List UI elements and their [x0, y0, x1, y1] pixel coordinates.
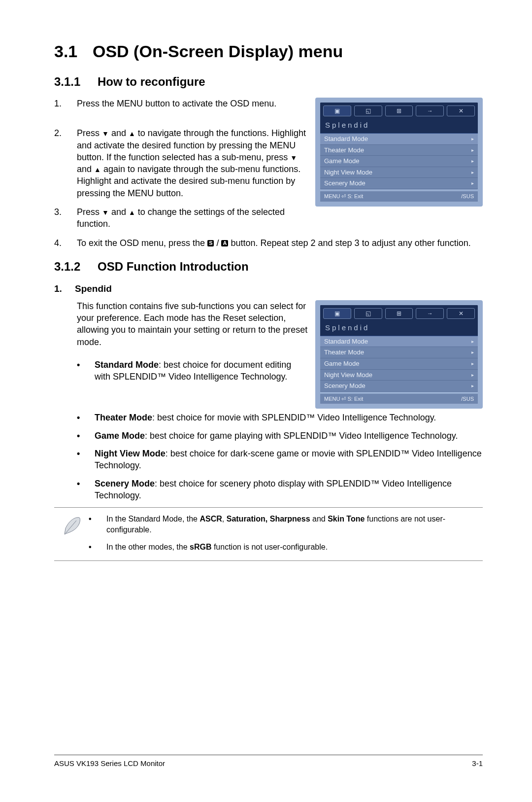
step-4-number: 4.	[54, 237, 77, 249]
step-2-text: Press and to navigate through the functi…	[77, 127, 308, 199]
osd-tab-exit-icon: ✕	[447, 105, 475, 116]
osd-item-scenery: Scenery Mode▸	[320, 381, 478, 392]
osd-menu-title: Splendid	[320, 118, 478, 134]
mode-scenery: Scenery Mode: best choice for scenery ph…	[95, 478, 483, 502]
subsection-2-title: OSD Function Introduction	[98, 260, 249, 273]
osd-menu-title: Splendid	[320, 321, 478, 336]
osd-tab-exit-icon: ✕	[447, 308, 475, 319]
osd-tab-image-icon: ◱	[354, 308, 382, 319]
osd-tab-input-icon: →	[416, 105, 444, 116]
bullet-icon: •	[77, 412, 95, 423]
osd-tab-splendid-icon: ▣	[323, 105, 351, 116]
mode-standard: Standard Mode: best choice for document …	[95, 359, 308, 383]
bullet-icon: •	[77, 359, 95, 383]
subsection-1-title: How to reconfigure	[98, 75, 205, 88]
osd-item-night: Night View Mode▸	[320, 370, 478, 381]
osd-tab-splendid-icon: ▣	[323, 308, 351, 319]
subsection-2-heading: 3.1.2OSD Function Introduction	[54, 260, 483, 274]
bullet-icon: •	[89, 542, 106, 553]
osd-item-standard: Standard Mode▸	[320, 336, 478, 348]
down-triangle-icon	[102, 207, 109, 217]
function-1-heading: 1.Spendid	[54, 282, 483, 295]
osd-footer: MENU ⏎ S: Exit/SUS	[320, 191, 478, 202]
step-3-number: 3.	[54, 206, 77, 230]
section-title-text: OSD (On-Screen Display) menu	[93, 42, 343, 61]
mode-night: Night View Mode: best choice for dark-sc…	[95, 448, 483, 472]
osd-item-night: Night View Mode▸	[320, 167, 478, 178]
note-2: In the other modes, the sRGB function is…	[106, 542, 483, 553]
up-triangle-icon	[94, 164, 101, 174]
function-1-block: 1.Spendid ▣ ◱ ⊞ → ✕ Splendid Standard Mo…	[54, 282, 483, 561]
bullet-icon: •	[89, 514, 106, 535]
osd-footer: MENU ⏎ S: Exit/SUS	[320, 394, 478, 404]
note-1: In the Standard Mode, the ASCR, Saturati…	[106, 514, 483, 535]
step-1-number: 1.	[54, 98, 77, 109]
osd-item-theater: Theater Mode▸	[320, 145, 478, 156]
down-triangle-icon	[290, 152, 297, 162]
osd-tab-input-icon: →	[416, 308, 444, 319]
osd-item-scenery: Scenery Mode▸	[320, 178, 478, 189]
page-footer: ASUS VK193 Series LCD Monitor 3-1	[54, 755, 483, 767]
osd-tab-color-icon: ⊞	[385, 308, 413, 319]
down-triangle-icon	[102, 128, 109, 138]
a-button-icon: A	[221, 240, 228, 246]
subsection-2-number: 3.1.2	[54, 260, 98, 274]
osd-tab-color-icon: ⊞	[385, 105, 413, 116]
osd-screenshot-1: ▣ ◱ ⊞ → ✕ Splendid Standard Mode▸ Theate…	[315, 98, 483, 207]
bullet-icon: •	[77, 448, 95, 472]
footer-left: ASUS VK193 Series LCD Monitor	[54, 759, 165, 767]
steps-block: ▣ ◱ ⊞ → ✕ Splendid Standard Mode▸ Theate…	[54, 98, 483, 249]
step-3-text: Press and to change the settings of the …	[77, 206, 308, 230]
section-heading: 3.1OSD (On-Screen Display) menu	[54, 42, 483, 61]
osd-item-game: Game Mode▸	[320, 156, 478, 167]
step-2-number: 2.	[54, 127, 77, 199]
osd-item-game: Game Mode▸	[320, 358, 478, 370]
bullet-icon: •	[77, 430, 95, 442]
notes-block: • In the Standard Mode, the ASCR, Satura…	[54, 507, 483, 561]
s-button-icon: S	[207, 240, 214, 246]
osd-item-theater: Theater Mode▸	[320, 347, 478, 358]
bullet-icon: •	[77, 478, 95, 502]
osd-item-standard: Standard Mode▸	[320, 134, 478, 145]
feather-note-icon	[54, 514, 89, 553]
subsection-1-heading: 3.1.1How to reconfigure	[54, 75, 483, 89]
mode-game: Game Mode: best choice for game playing …	[95, 430, 483, 442]
subsection-1-number: 3.1.1	[54, 75, 98, 89]
step-4-text: To exit the OSD menu, press the S / A bu…	[77, 237, 483, 249]
osd-tab-image-icon: ◱	[354, 105, 382, 116]
mode-theater: Theater Mode: best choice for movie with…	[95, 412, 483, 423]
section-number: 3.1	[54, 42, 93, 61]
footer-right: 3-1	[472, 759, 483, 767]
step-1-text: Press the MENU button to activate the OS…	[77, 98, 308, 109]
up-triangle-icon	[129, 128, 135, 138]
osd-screenshot-2: ▣ ◱ ⊞ → ✕ Splendid Standard Mode▸ Theate…	[315, 300, 483, 409]
up-triangle-icon	[129, 207, 135, 217]
